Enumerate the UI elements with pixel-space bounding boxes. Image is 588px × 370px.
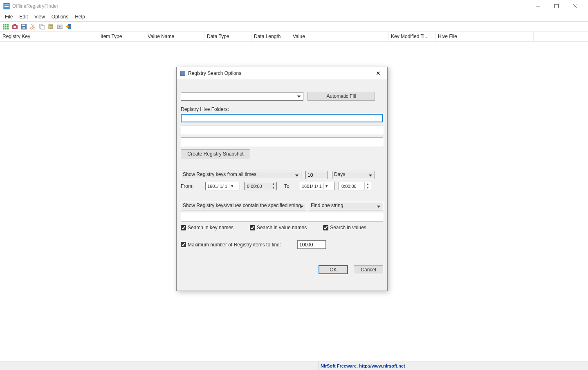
svg-point-19 — [33, 27, 35, 29]
toolbar-camera-icon[interactable] — [11, 23, 19, 31]
menubar: File Edit View Options Help — [0, 12, 588, 21]
search-keynames-checkbox[interactable]: Search in key names — [181, 225, 233, 230]
col-data-type[interactable]: Data Type — [204, 32, 251, 41]
svg-rect-7 — [3, 24, 9, 29]
max-items-checkbox[interactable]: Maximum number of Registry items to find… — [181, 242, 281, 248]
toolbar-exit-icon[interactable] — [65, 23, 73, 31]
statusbar-left — [0, 361, 319, 370]
svg-rect-34 — [180, 71, 185, 76]
svg-line-21 — [31, 24, 34, 27]
time-number-input[interactable] — [305, 171, 328, 179]
hive-folder-input-2[interactable] — [181, 126, 383, 134]
svg-point-14 — [13, 26, 16, 28]
svg-line-20 — [31, 24, 34, 27]
dialog-close-button[interactable]: ✕ — [373, 69, 384, 78]
menu-help[interactable]: Help — [72, 13, 88, 20]
toolbar-save-icon[interactable] — [20, 23, 28, 31]
to-time-input[interactable]: 0:00:00▲▼ — [339, 182, 371, 190]
svg-rect-4 — [555, 4, 559, 8]
hive-folder-input-1[interactable] — [181, 114, 383, 122]
contain-filter-combo[interactable]: Show Registry keys/values contain the sp… — [181, 202, 306, 210]
max-items-input[interactable] — [297, 240, 326, 249]
to-label: To: — [284, 183, 296, 189]
titlebar: OfflineRegistryFinder — [0, 0, 588, 12]
menu-file[interactable]: File — [2, 13, 16, 20]
col-value[interactable]: Value — [290, 32, 388, 41]
from-time-input[interactable]: 0:00:00▲▼ — [244, 182, 277, 190]
search-values-checkbox[interactable]: Search in values — [323, 225, 366, 230]
calendar-icon[interactable]: ▾ — [229, 183, 236, 189]
toolbar-copy-icon[interactable] — [38, 23, 46, 31]
hive-folders-label: Registry Hive Folders: — [181, 106, 383, 112]
col-hive-file[interactable]: Hive File — [435, 32, 534, 41]
toolbar-properties-icon[interactable] — [47, 23, 55, 31]
window-title: OfflineRegistryFinder — [12, 3, 528, 9]
svg-rect-1 — [4, 5, 9, 5]
source-combo[interactable] — [181, 92, 303, 101]
col-data-length[interactable]: Data Length — [251, 32, 290, 41]
menu-edit[interactable]: Edit — [16, 13, 31, 20]
close-button[interactable] — [566, 0, 585, 12]
menu-view[interactable]: View — [31, 13, 48, 20]
maximize-button[interactable] — [547, 0, 566, 12]
svg-rect-16 — [22, 25, 25, 26]
col-key-modified[interactable]: Key Modified Ti... — [388, 32, 435, 41]
statusbar: NirSoft Freeware. http://www.nirsoft.net — [0, 361, 588, 370]
svg-rect-2 — [4, 6, 9, 7]
col-registry-key[interactable]: Registry Key — [0, 32, 98, 41]
statusbar-credit: NirSoft Freeware. http://www.nirsoft.net — [319, 363, 405, 368]
ok-button[interactable]: OK — [319, 265, 348, 274]
search-options-dialog: Registry Search Options ✕ Automatic Fill… — [176, 67, 388, 291]
time-unit-combo[interactable]: Days — [332, 171, 375, 179]
dialog-title: Registry Search Options — [188, 70, 373, 76]
time-filter-combo[interactable]: Show Registry keys from all times — [181, 171, 301, 179]
toolbar-settings-icon[interactable] — [56, 23, 64, 31]
search-valuenames-checkbox[interactable]: Search in value names — [250, 225, 307, 230]
svg-rect-17 — [22, 27, 25, 29]
svg-rect-24 — [49, 25, 53, 29]
automatic-fill-button[interactable]: Automatic Fill — [307, 92, 375, 101]
minimize-button[interactable] — [528, 0, 547, 12]
create-snapshot-button[interactable]: Create Registry Snapshot — [181, 149, 250, 158]
find-mode-combo[interactable]: Find one string — [309, 202, 383, 210]
from-date-input[interactable]: 1601/ 1/ 1▾ — [205, 182, 240, 190]
svg-rect-13 — [13, 24, 16, 25]
toolbar-cut-icon[interactable] — [29, 23, 37, 31]
app-icon — [3, 3, 10, 9]
svg-point-18 — [31, 27, 33, 29]
toolbar-grid-icon[interactable] — [2, 23, 10, 31]
from-label: From: — [181, 183, 201, 189]
svg-point-28 — [59, 26, 61, 27]
to-date-input[interactable]: 1601/ 1/ 1▾ — [300, 182, 334, 190]
dialog-titlebar: Registry Search Options ✕ — [177, 67, 387, 79]
svg-rect-23 — [41, 25, 44, 29]
hive-folder-input-3[interactable] — [181, 138, 383, 146]
menu-options[interactable]: Options — [48, 13, 72, 20]
column-headers: Registry Key Item Type Value Name Data T… — [0, 32, 588, 42]
search-string-input[interactable] — [181, 213, 383, 221]
calendar-icon[interactable]: ▾ — [323, 183, 330, 189]
col-value-name[interactable]: Value Name — [145, 32, 204, 41]
toolbar — [0, 21, 588, 32]
cancel-button[interactable]: Cancel — [354, 265, 383, 274]
dialog-icon — [180, 70, 186, 76]
col-item-type[interactable]: Item Type — [98, 32, 145, 41]
